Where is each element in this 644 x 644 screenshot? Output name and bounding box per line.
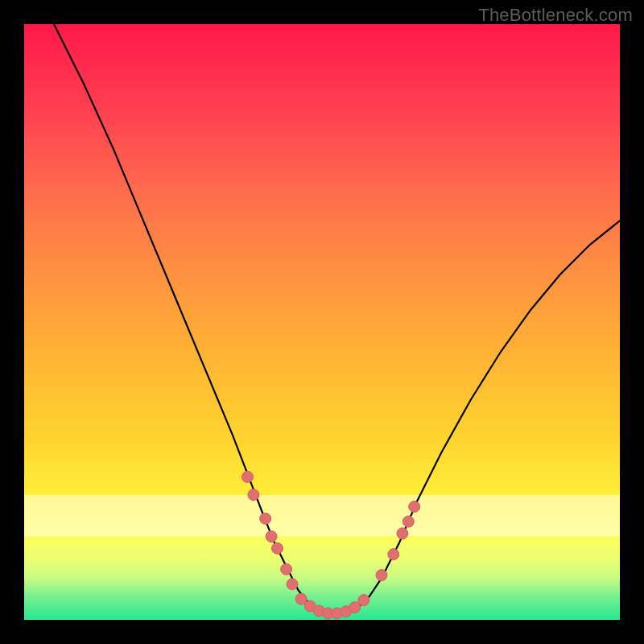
plot-area [24,24,620,620]
watermark-text: TheBottleneck.com [478,5,633,26]
data-dot [409,501,420,512]
bottleneck-curve [54,24,620,614]
data-dot [248,489,259,501]
data-dot [341,606,352,617]
data-dot [304,601,316,612]
data-dot [388,549,399,560]
chart-frame: TheBottleneck.com [0,0,644,644]
data-dot [272,543,283,554]
data-dot [349,602,361,613]
data-dot [332,608,343,619]
data-dot [402,516,414,527]
data-dot [397,528,408,539]
data-dot [242,471,254,482]
highlight-band [24,495,620,537]
data-dot [295,593,307,605]
data-dot [266,530,277,542]
data-dot [313,605,324,617]
data-dot [260,513,271,524]
curve-layer [24,24,620,620]
data-dot [281,564,292,575]
data-dot [376,570,387,581]
data-dot [358,595,369,606]
data-dot [322,608,333,619]
data-dot [287,579,298,590]
data-dots [242,471,420,619]
